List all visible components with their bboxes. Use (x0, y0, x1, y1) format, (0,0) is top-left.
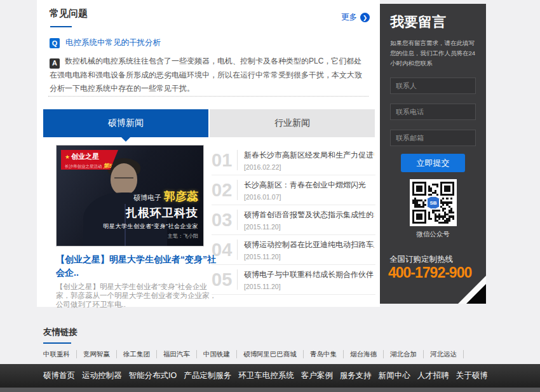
contact-email-input[interactable] (390, 130, 476, 146)
news-title: 长沙高新区：青春在创业中熠熠闪光 (244, 180, 366, 191)
friend-links-title: 友情链接 (43, 327, 464, 338)
faq-section-title: 常见问题 (50, 8, 88, 20)
nav-item-news-center[interactable]: 新闻中心 (379, 370, 410, 381)
divider (237, 210, 238, 230)
news-list-item[interactable]: 01 新春长沙市高新区经发局和生产力促进中心..[2016.02.22] (212, 145, 375, 175)
more-link[interactable]: 更多 ❯ (341, 12, 370, 23)
friend-link[interactable]: 青岛中集 (304, 350, 344, 358)
photo-brand: 硕博电子 (133, 194, 161, 201)
chevron-right-icon: ❯ (360, 13, 370, 22)
faq-question-row: Q 电控系统中常见的干扰分析 (50, 37, 161, 48)
hotline-label: 全国订购定制热线 (389, 254, 453, 265)
news-list-item[interactable]: 02 长沙高新区：青春在创业中熠熠闪光[2016.01.07] (212, 175, 375, 205)
photo-headline: 扎根环卫科技 (104, 205, 199, 220)
ribbon-badge: ★创业之星 长沙市创业之星活动第55期 (61, 150, 118, 170)
photo-subline: 明星大学生创业者“变身”社会企业家 (104, 222, 199, 231)
friend-link[interactable]: 竞网智赢 (77, 350, 117, 358)
nav-item-sanitation-system[interactable]: 环卫车电控系统 (238, 370, 294, 381)
news-rank: 01 (212, 151, 237, 170)
faq-answer: A数控机械的电控系统往往包含了一些变频器，电机、控制卡及各种类型的PLC，它们都… (50, 55, 369, 95)
divider (237, 180, 238, 200)
message-sidebar: 我要留言 如果您有留言需求，请在此填写您的信息，我们工作人员将在24小时内和您联… (380, 4, 486, 304)
tab-industry-news[interactable]: 行业新闻 (210, 109, 375, 137)
friend-link[interactable]: 徐工集团 (117, 350, 157, 358)
glasses-icon (114, 177, 133, 182)
title-underline (43, 342, 71, 344)
nav-item-motion-controller[interactable]: 运动控制器 (82, 370, 122, 381)
faq-question-link[interactable]: 电控系统中常见的干扰分析 (65, 37, 161, 48)
qr-caption: 微信公众号 (380, 230, 486, 239)
news-title: 硕博运动控制器在比亚迪纯电动扫路车上助.. (244, 240, 374, 250)
nav-item-careers[interactable]: 人才招聘 (417, 370, 449, 381)
answer-badge: A (50, 58, 60, 69)
ribbon-title: 创业之星 (71, 152, 99, 160)
bottom-nav: 硕博首页 运动控制器 智能分布式IO 产品定制服务 环卫车电控系统 客户案例 服… (0, 364, 540, 388)
featured-news-excerpt: 【创业之星】明星大学生创业者“变身”社会企业家，郭彦蕊从一个明星大学生创业者变为… (56, 282, 219, 309)
friend-link[interactable]: 福田汽车 (157, 350, 197, 358)
title-underline (50, 26, 72, 27)
news-title: 硕博电子与中联重科结成长期合作伙伴 (244, 269, 374, 280)
friend-link[interactable]: 中联重科 (43, 350, 77, 358)
faq-answer-text: 数控机械的电控系统往往包含了一些变频器，电机、控制卡及各种类型的PLC，它们都处… (50, 57, 362, 93)
photo-person-name: 郭彦蕊 (164, 190, 198, 203)
photo-credit: 主笔：飞小阳 (104, 233, 199, 240)
news-rank: 02 (212, 181, 237, 199)
bottom-strip (0, 388, 540, 392)
friend-link[interactable]: 硕博阿里巴巴商城 (237, 350, 304, 358)
faq-news-panel: 常见问题 更多 ❯ Q 电控系统中常见的干扰分析 A数控机械的电控系统往往包含了… (37, 0, 380, 307)
friend-link[interactable]: 中国铁建 (197, 350, 237, 358)
nav-item-about[interactable]: 关于硕博 (456, 370, 488, 381)
nav-item-distributed-io[interactable]: 智能分布式IO (129, 370, 177, 381)
news-list-item[interactable]: 05 硕博电子与中联重科结成长期合作伙伴[2015.11.20] (212, 265, 375, 295)
news-list-item[interactable]: 03 硕博首创语音报警及状态指示集成性的程控..[2015.11.20] (212, 205, 375, 235)
news-date: [2015.11.20] (244, 283, 374, 290)
divider (237, 240, 238, 260)
message-title: 我要留言 (390, 13, 446, 32)
news-list: 01 新春长沙市高新区经发局和生产力促进中心..[2016.02.22] 02 … (212, 145, 375, 295)
nav-item-cases[interactable]: 客户案例 (301, 370, 333, 381)
news-rank: 04 (212, 241, 237, 259)
photo-caption-block: 硕博电子郭彦蕊 扎根环卫科技 明星大学生创业者“变身”社会企业家 主笔：飞小阳 (104, 189, 199, 240)
ribbon-subtitle: 长沙市创业之星活动 (65, 164, 102, 168)
nav-item-custom-service[interactable]: 产品定制服务 (184, 370, 231, 381)
divider (237, 269, 238, 290)
qr-code: SB (410, 179, 457, 226)
contact-phone-input[interactable] (390, 104, 476, 120)
friend-link[interactable]: 湖北合加 (384, 350, 424, 358)
news-rank: 03 (212, 211, 237, 229)
nav-item-home[interactable]: 硕博首页 (43, 370, 75, 381)
news-rank: 05 (212, 271, 237, 289)
friend-link[interactable]: 烟台海德 (344, 350, 384, 358)
news-date: [2016.01.07] (244, 193, 366, 201)
dotted-divider (48, 96, 368, 97)
page-curl-shadow (466, 284, 486, 304)
nav-item-support[interactable]: 服务支持 (340, 370, 372, 381)
featured-news-image[interactable]: ★创业之星 长沙市创业之星活动第55期 硕博电子郭彦蕊 扎根环卫科技 明星大学生… (56, 145, 204, 247)
page: 常见问题 更多 ❯ Q 电控系统中常见的干扰分析 A数控机械的电控系统往往包含了… (0, 0, 540, 392)
contact-name-input[interactable] (390, 78, 476, 94)
divider (237, 150, 238, 170)
news-title: 硕博首创语音报警及状态指示集成性的程控.. (244, 210, 374, 220)
news-list-item[interactable]: 04 硕博运动控制器在比亚迪纯电动扫路车上助..[2015.11.20] (212, 235, 375, 265)
question-badge: Q (50, 38, 60, 48)
news-title: 新春长沙市高新区经发局和生产力促进中心.. (244, 150, 374, 161)
news-date: [2016.02.22] (244, 163, 374, 171)
message-desc: 如果您有留言需求，请在此填写您的信息，我们工作人员将在24小时内和您联系 (390, 38, 477, 69)
news-date: [2015.11.20] (244, 253, 374, 260)
news-date: [2015.11.20] (244, 223, 374, 231)
friend-links-list: 中联重科 竞网智赢 徐工集团 福田汽车 中国铁建 硕博阿里巴巴商城 青岛中集 烟… (43, 350, 464, 358)
tab-company-news[interactable]: 硕博新闻 (43, 109, 208, 137)
featured-news-title[interactable]: 【创业之星】明星大学生创业者“变身”社会企.. (56, 253, 217, 280)
submit-button[interactable]: 立即提交 (401, 154, 465, 172)
more-label: 更多 (341, 12, 357, 23)
news-tabs: 硕博新闻 行业新闻 (43, 109, 375, 137)
star-icon: ★ (65, 154, 70, 160)
friend-link[interactable]: 河北远达 (424, 350, 464, 358)
friend-links-section: 友情链接 中联重科 竞网智赢 徐工集团 福田汽车 中国铁建 硕博阿里巴巴商城 青… (43, 327, 464, 358)
